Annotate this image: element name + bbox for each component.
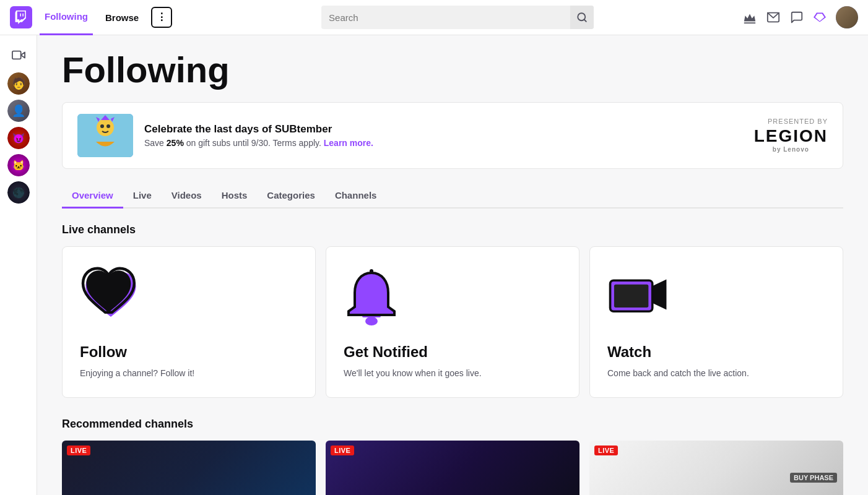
banner-left: Celebrate the last days of SUBtember Sav… bbox=[77, 114, 373, 157]
diamond-icon[interactable] bbox=[814, 11, 826, 24]
top-navigation: Following Browse ⋮ bbox=[0, 0, 868, 35]
search-button[interactable] bbox=[570, 6, 594, 29]
twitch-logo[interactable] bbox=[10, 6, 32, 28]
follow-card-icon bbox=[80, 267, 142, 329]
live-card-1[interactable]: LIVE bbox=[62, 441, 316, 495]
sidebar-camera-icon[interactable] bbox=[6, 43, 31, 67]
tab-categories[interactable]: Categories bbox=[257, 184, 325, 209]
svg-point-10 bbox=[100, 124, 104, 128]
brand-name: LEGION bbox=[754, 126, 828, 146]
svg-line-1 bbox=[584, 19, 586, 21]
svg-point-13 bbox=[365, 317, 378, 325]
tab-live[interactable]: Live bbox=[123, 184, 162, 209]
presented-by-label: PRESENTED BY bbox=[754, 118, 828, 125]
live-channels-section: Live channels Follow Enjoying a bbox=[62, 223, 843, 398]
live-channels-row: LIVE LIVE LIVE bbox=[62, 441, 843, 495]
watch-desc: Come back and catch the live action. bbox=[607, 367, 825, 380]
svg-point-11 bbox=[106, 124, 110, 128]
tabs-bar: Overview Live Videos Hosts Categories Ch… bbox=[62, 184, 843, 209]
page-title: Following bbox=[62, 50, 843, 90]
nav-more-button[interactable]: ⋮ bbox=[151, 7, 172, 28]
nav-right bbox=[743, 6, 858, 28]
banner-description: Save 25% on gift subs until 9/30. Terms … bbox=[144, 138, 373, 148]
svg-rect-16 bbox=[614, 284, 648, 307]
sidebar-avatar-3[interactable]: 😈 bbox=[7, 127, 30, 149]
nav-browse[interactable]: Browse bbox=[100, 0, 144, 35]
sidebar-avatar-5[interactable]: 🌑 bbox=[7, 181, 30, 204]
sidebar: 🧑 👤 😈 🐱 🌑 bbox=[0, 35, 37, 495]
live-badge-3: LIVE bbox=[594, 446, 618, 455]
get-notified-title: Get Notified bbox=[344, 343, 562, 361]
live-badge-1: LIVE bbox=[67, 446, 90, 455]
cards-row: Follow Enjoying a channel? Follow it! bbox=[62, 246, 843, 398]
live-channels-title: Live channels bbox=[62, 223, 843, 236]
search-container bbox=[180, 6, 736, 29]
svg-marker-3 bbox=[20, 52, 24, 58]
promo-banner: Celebrate the last days of SUBtember Sav… bbox=[62, 102, 843, 169]
mail-icon[interactable] bbox=[766, 11, 780, 24]
search-input[interactable] bbox=[329, 12, 565, 23]
live-card-3[interactable]: LIVE BUY PHASE bbox=[589, 441, 843, 495]
tab-videos[interactable]: Videos bbox=[162, 184, 212, 209]
tab-hosts[interactable]: Hosts bbox=[212, 184, 258, 209]
main-layout: 🧑 👤 😈 🐱 🌑 Following bbox=[0, 35, 868, 495]
nav-following[interactable]: Following bbox=[40, 0, 93, 35]
sidebar-avatar-2[interactable]: 👤 bbox=[7, 100, 30, 122]
dots-icon: ⋮ bbox=[157, 12, 167, 22]
avatar-image bbox=[836, 6, 858, 28]
sidebar-avatar-1[interactable]: 🧑 bbox=[7, 72, 30, 95]
crown-icon[interactable] bbox=[743, 11, 757, 24]
search-bar bbox=[321, 6, 594, 29]
watch-title: Watch bbox=[607, 343, 825, 361]
sidebar-avatar-4[interactable]: 🐱 bbox=[7, 154, 30, 176]
watch-icon bbox=[607, 267, 669, 329]
banner-discount: 25% bbox=[167, 138, 184, 148]
search-icon bbox=[576, 12, 588, 23]
tab-overview[interactable]: Overview bbox=[62, 184, 123, 209]
user-avatar[interactable] bbox=[836, 6, 858, 28]
main-content: Following bbox=[37, 35, 868, 495]
get-notified-desc: We'll let you know when it goes live. bbox=[344, 367, 562, 380]
banner-text: Celebrate the last days of SUBtember Sav… bbox=[144, 123, 373, 148]
tab-channels[interactable]: Channels bbox=[325, 184, 387, 209]
watch-card: Watch Come back and catch the live actio… bbox=[589, 246, 843, 398]
follow-card-title: Follow bbox=[80, 343, 298, 361]
recommended-title: Recommended channels bbox=[62, 418, 843, 431]
get-notified-card: Get Notified We'll let you know when it … bbox=[326, 246, 579, 398]
follow-card: Follow Enjoying a channel? Follow it! bbox=[62, 246, 316, 398]
banner-image bbox=[77, 114, 133, 157]
live-card-2[interactable]: LIVE bbox=[326, 441, 579, 495]
banner-headline: Celebrate the last days of SUBtember bbox=[144, 123, 373, 136]
brand-sub: by Lenovo bbox=[754, 146, 828, 153]
chat-icon[interactable] bbox=[790, 11, 804, 24]
svg-rect-4 bbox=[12, 51, 20, 59]
follow-card-desc: Enjoying a channel? Follow it! bbox=[80, 367, 298, 380]
svg-marker-17 bbox=[653, 279, 667, 309]
svg-point-6 bbox=[97, 119, 114, 136]
banner-right: PRESENTED BY LEGION by Lenovo bbox=[754, 118, 828, 153]
learn-more-link[interactable]: Learn more. bbox=[324, 138, 373, 148]
get-notified-icon bbox=[344, 267, 406, 329]
live-badge-2: LIVE bbox=[331, 446, 354, 455]
recommended-section: Recommended channels LIVE LIVE bbox=[62, 418, 843, 495]
